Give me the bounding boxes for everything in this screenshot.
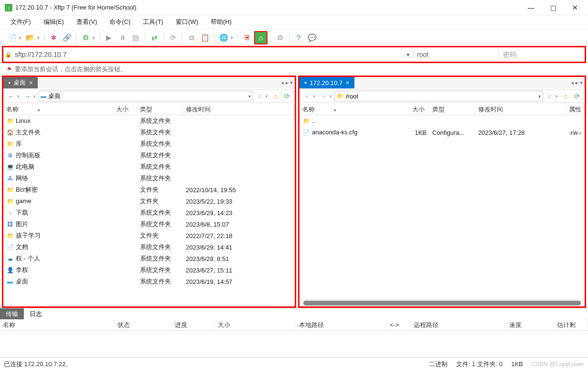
chat-icon[interactable]: 💬 xyxy=(306,32,318,44)
menu-tool[interactable]: 工具(T) xyxy=(138,17,168,27)
remote-tab-label: 172.20.10.7 xyxy=(310,79,342,87)
tcol-speed[interactable]: 速度 xyxy=(506,319,554,330)
remote-path-input[interactable] xyxy=(346,93,536,100)
list-item[interactable]: 🏠主文件夹系统文件夹 xyxy=(3,127,295,138)
tab-log[interactable]: 日志 xyxy=(24,308,48,319)
col-type[interactable]: 类型 xyxy=(137,104,183,115)
copy-icon[interactable]: ⧉ xyxy=(185,32,198,44)
tcol-size[interactable]: 大小 xyxy=(215,319,296,330)
col-name[interactable]: 名称▴ xyxy=(299,104,409,115)
menu-edit[interactable]: 编辑(E) xyxy=(39,17,69,27)
list-item[interactable]: ↓下载系统文件夹2023/6/29, 14:23 xyxy=(3,207,295,218)
username-input[interactable] xyxy=(413,50,499,59)
home-icon[interactable]: ⌂ xyxy=(270,91,281,101)
list-item[interactable]: ▬桌面系统文件夹2023/6/19, 14:57 xyxy=(3,276,295,287)
col-name[interactable]: 名称▴ xyxy=(3,104,113,115)
local-path-input[interactable] xyxy=(48,93,246,100)
col-size[interactable]: 大小 xyxy=(113,104,137,115)
list-item[interactable]: 📁库系统文件夹 xyxy=(3,138,295,150)
pause-icon[interactable]: ⏸ xyxy=(116,32,128,44)
paste-icon[interactable]: 📋 xyxy=(199,32,211,44)
transfer-icon[interactable]: ⇄ xyxy=(148,32,160,44)
open-folder-icon[interactable]: 📂 xyxy=(24,32,36,44)
close-button[interactable]: ✕ xyxy=(564,0,586,15)
list-item[interactable]: 💻此电脑系统文件夹 xyxy=(3,161,295,173)
address-dropdown[interactable]: ▾ xyxy=(403,51,413,58)
new-session-icon[interactable]: 📄 xyxy=(6,32,18,44)
chevron-down-icon[interactable]: ▾ xyxy=(538,94,541,99)
forward-button[interactable]: → xyxy=(22,91,32,101)
tcol-remote[interactable]: 远程路径 xyxy=(411,319,506,330)
list-item[interactable]: 🖥控制面板系统文件夹 xyxy=(3,150,295,161)
tab-transfer[interactable]: 传输 xyxy=(0,308,24,319)
list-item[interactable]: 🖼图片系统文件夹2023/6/8, 15:07 xyxy=(3,218,295,230)
menu-help[interactable]: 帮助(H) xyxy=(206,17,236,27)
star-icon[interactable]: ☆ xyxy=(544,91,555,101)
tcol-name[interactable]: 名称 xyxy=(0,319,115,330)
xshell-launch-button[interactable]: ⌂ xyxy=(254,31,267,44)
address-input[interactable] xyxy=(13,50,403,59)
back-button[interactable]: ← xyxy=(6,91,16,101)
menu-window[interactable]: 窗口(W) xyxy=(171,17,203,27)
col-mtime[interactable]: 修改时间 xyxy=(475,104,566,115)
maximize-button[interactable]: ▢ xyxy=(542,0,564,15)
tcol-status[interactable]: 状态 xyxy=(115,319,172,330)
col-type[interactable]: 类型 xyxy=(429,104,475,115)
play-icon[interactable]: ▶ xyxy=(103,32,115,44)
remote-tab[interactable]: ● 172.20.10.7 ✕ xyxy=(299,77,354,88)
horizontal-scrollbar[interactable] xyxy=(299,299,585,306)
page-icon[interactable]: ▤ xyxy=(129,32,142,44)
menu-view[interactable]: 查看(V) xyxy=(72,17,102,27)
tab-nav-arrows[interactable]: ◂ ▸ ▾ xyxy=(569,77,585,88)
list-item[interactable]: ☁权 - 个人系统文件夹2023/6/29, 8:51 xyxy=(3,253,295,264)
local-list-body[interactable]: 📁Linux系统文件夹🏠主文件夹系统文件夹📁库系统文件夹🖥控制面板系统文件夹💻此… xyxy=(3,115,295,306)
list-item[interactable]: 📄文档系统文件夹2023/6/29, 14:41 xyxy=(3,241,295,253)
red-swirl-icon[interactable]: ֎ xyxy=(241,32,253,44)
list-item[interactable]: 📁game文件夹2023/5/22, 19:33 xyxy=(3,196,295,207)
local-tab-label: 桌面 xyxy=(13,78,26,87)
settings-cog-icon[interactable]: ⚙ xyxy=(274,32,286,44)
tab-nav-arrows[interactable]: ◂ ▸ ▾ xyxy=(279,77,295,88)
close-icon[interactable]: ✕ xyxy=(29,80,33,86)
globe-icon[interactable]: 🌐 xyxy=(217,32,230,44)
refresh-icon[interactable]: ⟳ xyxy=(167,32,179,44)
minimize-button[interactable]: — xyxy=(520,0,542,15)
menu-file[interactable]: 文件(F) xyxy=(6,17,36,27)
tcol-eta[interactable]: 估计剩 xyxy=(554,319,588,330)
refresh-icon[interactable]: ⟳ xyxy=(282,91,292,101)
back-button[interactable]: ← xyxy=(302,91,312,101)
star-icon[interactable]: ☆ xyxy=(254,91,265,101)
col-mtime[interactable]: 修改时间 xyxy=(183,104,295,115)
home-icon[interactable]: ⌂ xyxy=(560,91,571,101)
window-title: 172.20.10.7 - Xftp 7 (Free for Home/Scho… xyxy=(15,4,520,11)
tcol-local[interactable]: 本地路径 xyxy=(296,319,387,330)
menu-command[interactable]: 命令(C) xyxy=(105,17,135,27)
list-item[interactable]: 📁.. xyxy=(299,115,585,127)
list-item[interactable]: 📁Bcr解密文件夹2022/10/14, 19:55 xyxy=(3,184,295,196)
list-item[interactable]: 📄anaconda-ks.cfg1KBConfigura...2023/6/27… xyxy=(299,127,585,138)
password-input[interactable] xyxy=(499,50,585,59)
tcol-progress[interactable]: 进度 xyxy=(172,319,215,330)
list-item[interactable]: 📁孩子学习文件夹2022/7/27, 22:18 xyxy=(3,230,295,241)
remote-list-body[interactable]: 📁..📄anaconda-ks.cfg1KBConfigura...2023/6… xyxy=(299,115,585,299)
chevron-down-icon[interactable]: ▾ xyxy=(248,94,251,99)
forward-button[interactable]: → xyxy=(318,91,329,101)
app-icon: ↕ xyxy=(5,4,12,11)
refresh-icon[interactable]: ⟳ xyxy=(572,91,582,101)
col-attr[interactable]: 属性 xyxy=(566,104,585,115)
close-icon[interactable]: ✕ xyxy=(345,80,350,86)
list-item[interactable]: 📁Linux系统文件夹 xyxy=(3,115,295,127)
local-path-combo[interactable]: ▬ ▾ xyxy=(38,91,253,101)
help-icon[interactable]: ? xyxy=(292,32,305,44)
sync-icon[interactable]: ✱ xyxy=(47,32,60,44)
tcol-arrows[interactable]: <-> xyxy=(387,319,411,330)
link-icon[interactable]: 🔗 xyxy=(61,32,73,44)
gear-icon[interactable]: ⚙ xyxy=(79,32,92,44)
col-size[interactable]: 大小 xyxy=(409,104,429,115)
folder-icon: 📁 xyxy=(337,93,344,99)
list-item[interactable]: 👤李权系统文件夹2023/6/27, 15:11 xyxy=(3,264,295,276)
local-tab[interactable]: ● 桌面 ✕ xyxy=(3,77,38,88)
titlebar: ↕ 172.20.10.7 - Xftp 7 (Free for Home/Sc… xyxy=(0,0,588,15)
list-item[interactable]: 🖧网络系统文件夹 xyxy=(3,173,295,184)
remote-path-combo[interactable]: 📁 ▾ xyxy=(334,91,543,101)
